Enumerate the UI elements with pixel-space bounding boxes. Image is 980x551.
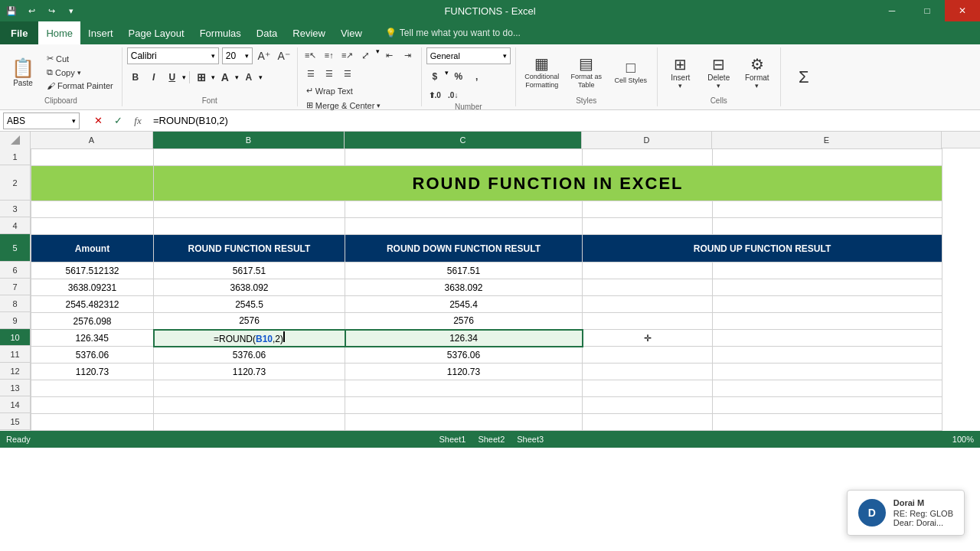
cell-B7[interactable]: 3638.092 xyxy=(154,279,345,296)
col-header-C[interactable]: C xyxy=(345,132,582,148)
number-format-selector[interactable]: General ▾ xyxy=(426,47,511,64)
cell-E7[interactable] xyxy=(713,279,942,296)
formula-input[interactable] xyxy=(150,112,977,129)
row-header-14[interactable]: 14 xyxy=(0,396,30,413)
cell-C11[interactable]: 5376.06 xyxy=(345,347,583,364)
minimize-btn[interactable]: ─ xyxy=(874,0,910,21)
cell-A14[interactable] xyxy=(31,397,154,414)
cell-B5-header[interactable]: ROUND FUNCTION RESULT xyxy=(154,235,345,262)
cell-A6[interactable]: 5617.512132 xyxy=(31,262,154,279)
percent-btn[interactable]: % xyxy=(450,69,467,84)
cell-D3[interactable] xyxy=(583,201,713,218)
merge-center-button[interactable]: ⊞ Merge & Center ▾ xyxy=(302,99,385,112)
customize-quick-btn[interactable]: ▾ xyxy=(63,2,80,19)
redo-quick-btn[interactable]: ↪ xyxy=(43,2,60,19)
cell-A5-header[interactable]: Amount xyxy=(31,235,154,262)
wrap-text-button[interactable]: ↵ Wrap Text xyxy=(302,84,357,97)
currency-dropdown-icon[interactable]: ▾ xyxy=(445,69,449,84)
cell-E4[interactable] xyxy=(713,218,942,235)
cell-E8[interactable] xyxy=(713,296,942,313)
cell-B11[interactable]: 5376.06 xyxy=(154,347,345,364)
cell-B9[interactable]: 2576 xyxy=(154,313,345,330)
fill-color-btn[interactable]: A xyxy=(217,70,234,85)
confirm-formula-btn[interactable]: ✓ xyxy=(109,112,127,129)
row-header-7[interactable]: 7 xyxy=(0,279,30,295)
cell-C7[interactable]: 3638.092 xyxy=(345,279,583,296)
align-right-btn[interactable]: ☰ xyxy=(339,66,356,81)
status-ready[interactable]: Ready xyxy=(6,435,31,444)
font-decrease-btn[interactable]: A⁻ xyxy=(276,48,292,64)
row-header-9[interactable]: 9 xyxy=(0,312,30,329)
cell-B13[interactable] xyxy=(154,380,345,397)
row-header-11[interactable]: 11 xyxy=(0,346,30,363)
row-header-13[interactable]: 13 xyxy=(0,380,30,396)
row-header-4[interactable]: 4 xyxy=(0,217,30,234)
cell-D1[interactable] xyxy=(583,149,713,166)
cell-C5-header[interactable]: ROUND DOWN FUNCTION RESULT xyxy=(345,235,583,262)
cell-E15[interactable] xyxy=(713,414,942,431)
cell-styles-button[interactable]: □ Cell Styles xyxy=(609,50,652,94)
row-header-2[interactable]: 2 xyxy=(0,165,30,201)
merge-dropdown-icon[interactable]: ▾ xyxy=(377,102,381,109)
cell-E6[interactable] xyxy=(713,262,942,279)
format-dropdown-icon[interactable]: ▾ xyxy=(755,82,759,90)
cell-A13[interactable] xyxy=(31,380,154,397)
cell-D7[interactable] xyxy=(583,279,713,296)
menu-view[interactable]: View xyxy=(333,21,370,44)
delete-cells-button[interactable]: ⊟ Delete ▾ xyxy=(701,50,737,94)
cell-E12[interactable] xyxy=(713,364,942,380)
bold-button[interactable]: B xyxy=(127,70,144,85)
cell-A11[interactable]: 5376.06 xyxy=(31,347,154,364)
cell-C8[interactable]: 2545.4 xyxy=(345,296,583,313)
row-header-10[interactable]: 10 xyxy=(0,329,30,346)
angle-text-btn[interactable]: ⤢ xyxy=(358,47,374,63)
cell-C15[interactable] xyxy=(345,414,583,431)
menu-home[interactable]: Home xyxy=(38,21,80,44)
cell-B3[interactable] xyxy=(154,201,345,218)
row-header-15[interactable]: 15 xyxy=(0,413,30,430)
insert-cells-button[interactable]: ⊞ Insert ▾ xyxy=(662,50,699,94)
font-increase-btn[interactable]: A⁺ xyxy=(256,48,273,64)
format-cells-button[interactable]: ⚙ Format ▾ xyxy=(739,50,776,94)
increase-decimal-btn[interactable]: ⬆.0 xyxy=(426,87,443,103)
cell-C10[interactable]: 126.34 xyxy=(345,330,583,347)
sheet2-tab[interactable]: Sheet2 xyxy=(478,435,505,444)
cell-C14[interactable] xyxy=(345,397,583,414)
font-size-selector[interactable]: 20 ▾ xyxy=(222,47,253,64)
cell-D5-header[interactable]: ROUND UP FUNCTION RESULT xyxy=(583,235,942,262)
cell-A2[interactable] xyxy=(31,166,154,201)
cell-E11[interactable] xyxy=(713,347,942,364)
col-header-A[interactable]: A xyxy=(31,132,153,148)
border-btn[interactable]: ⊞ xyxy=(193,70,210,85)
cell-E9[interactable] xyxy=(713,313,942,330)
menu-file[interactable]: File xyxy=(0,21,38,44)
font-color-dropdown-icon[interactable]: ▾ xyxy=(259,73,263,81)
cell-B4[interactable] xyxy=(154,218,345,235)
cell-A12[interactable]: 1120.73 xyxy=(31,364,154,380)
border-dropdown-icon[interactable]: ▾ xyxy=(211,73,215,81)
underline-dropdown-icon[interactable]: ▾ xyxy=(182,73,186,81)
cell-B6[interactable]: 5617.51 xyxy=(154,262,345,279)
cell-C12[interactable]: 1120.73 xyxy=(345,364,583,380)
italic-button[interactable]: I xyxy=(145,70,162,85)
cell-title[interactable]: ROUND FUNCTION IN EXCEL xyxy=(154,166,942,201)
conditional-formatting-button[interactable]: ▦ Conditional Formatting xyxy=(521,50,564,94)
cell-D12[interactable] xyxy=(583,364,713,380)
col-header-B[interactable]: B xyxy=(153,132,345,148)
cell-E10[interactable] xyxy=(713,330,942,347)
cell-D9[interactable] xyxy=(583,313,713,330)
angle-dropdown-icon[interactable]: ▾ xyxy=(376,47,380,63)
menu-data[interactable]: Data xyxy=(249,21,285,44)
cell-B10[interactable]: =ROUND(B10,2) xyxy=(154,330,345,347)
cell-D14[interactable] xyxy=(583,397,713,414)
align-top-left-btn[interactable]: ≡↖ xyxy=(302,47,319,63)
font-color-btn[interactable]: A xyxy=(240,70,257,85)
cell-D13[interactable] xyxy=(583,380,713,397)
cell-A15[interactable] xyxy=(31,414,154,431)
cell-C1[interactable] xyxy=(345,149,583,166)
indent-increase-btn[interactable]: ⇥ xyxy=(400,47,416,63)
cell-A3[interactable] xyxy=(31,201,154,218)
cell-E13[interactable] xyxy=(713,380,942,397)
tell-me-input[interactable]: 💡 Tell me what you want to do... xyxy=(385,28,521,38)
fx-icon[interactable]: fx xyxy=(129,112,147,129)
